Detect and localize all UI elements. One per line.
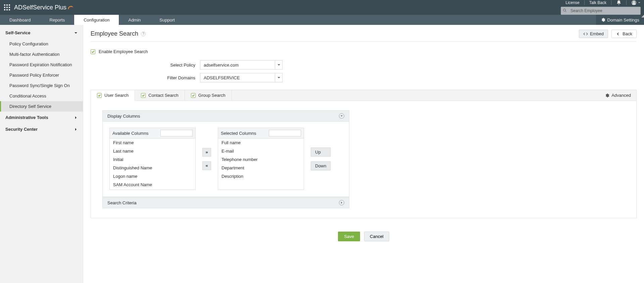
expand-icon (339, 200, 344, 205)
app-launcher-icon[interactable] (4, 4, 10, 10)
nav-tab-support[interactable]: Support (150, 15, 184, 25)
search-icon (561, 8, 568, 13)
search-tab-group-search[interactable]: Group Search (185, 90, 232, 100)
page-title: Employee Search (91, 30, 138, 37)
search-criteria-header[interactable]: Search Criteria (102, 197, 349, 208)
available-column-item[interactable]: Initial (110, 155, 195, 164)
svg-line-3 (565, 11, 566, 12)
display-columns-header[interactable]: Display Columns (102, 110, 349, 122)
employee-search-box[interactable] (561, 7, 641, 15)
nav-tab-configuration[interactable]: Configuration (74, 15, 119, 25)
available-column-item[interactable]: Last name (110, 147, 195, 155)
gear-icon (601, 17, 605, 22)
logo-swoosh-icon (67, 4, 74, 11)
selected-column-item[interactable]: Full name (218, 138, 304, 147)
sidebar-item-password-sync-single-sign-on[interactable]: Password Sync/Single Sign On (0, 80, 83, 91)
move-left-button[interactable]: « (202, 161, 211, 170)
gear-icon (605, 93, 609, 98)
nav-tab-dashboard[interactable]: Dashboard (0, 15, 40, 25)
chevron-left-icon (616, 32, 621, 36)
svg-point-2 (563, 9, 566, 11)
checkbox-icon[interactable] (97, 93, 102, 98)
sidebar-section-self-service[interactable]: Self-Service (0, 27, 83, 39)
available-columns-box: Available Columns First nameLast nameIni… (109, 128, 196, 190)
selected-column-item[interactable]: E-mail (218, 147, 304, 155)
sidebar-item-multi-factor-authentication[interactable]: Multi-factor Authentication (0, 49, 83, 59)
chevron-right-icon (74, 116, 78, 119)
code-icon (583, 32, 588, 36)
sidebar-section-security-center[interactable]: Security Center (0, 123, 83, 135)
enable-employee-search-label: Enable Employee Search (99, 49, 148, 54)
enable-employee-search-checkbox[interactable] (91, 49, 95, 54)
app-title: ADSelfServicePlus (14, 4, 74, 11)
selected-columns-title: Selected Columns (221, 131, 256, 136)
available-column-item[interactable]: First name (110, 138, 195, 147)
chevron-right-icon (74, 128, 78, 131)
bell-icon[interactable] (616, 0, 622, 5)
available-column-item[interactable]: Logon name (110, 172, 195, 180)
search-tab-contact-search[interactable]: Contact Search (135, 90, 185, 100)
filter-domains-label: Filter Domains (158, 75, 195, 80)
back-button[interactable]: Back (611, 30, 637, 38)
move-right-button[interactable]: » (202, 148, 211, 157)
advanced-button[interactable]: Advanced (599, 90, 636, 100)
talkback-link[interactable]: Talk Back (589, 0, 606, 5)
move-up-button[interactable]: Up (311, 148, 331, 157)
help-icon[interactable]: ? (141, 32, 146, 36)
sidebar-item-directory-self-service[interactable]: Directory Self Service (0, 101, 83, 112)
user-menu[interactable] (631, 0, 641, 5)
svg-point-1 (633, 1, 635, 3)
selected-column-item[interactable]: Telephone number (218, 155, 304, 164)
caret-down-icon (74, 31, 78, 35)
sidebar-item-conditional-access[interactable]: Conditional Access (0, 91, 83, 101)
cancel-button[interactable]: Cancel (364, 232, 389, 241)
selected-column-item[interactable]: Department (218, 164, 304, 172)
selected-columns-box: Selected Columns Full nameE-mailTelephon… (218, 128, 304, 190)
caret-down-icon (638, 1, 641, 4)
available-column-item[interactable]: SAM Account Name (110, 180, 195, 189)
chevron-down-icon (275, 73, 282, 82)
checkbox-icon[interactable] (141, 93, 146, 98)
collapse-icon (339, 113, 344, 119)
search-tab-user-search[interactable]: User Search (91, 90, 135, 101)
chevron-down-icon (275, 60, 282, 70)
sidebar-item-policy-configuration[interactable]: Policy Configuration (0, 39, 83, 49)
license-link[interactable]: License (565, 0, 579, 5)
select-policy-dropdown[interactable]: adselfservice.com (200, 60, 283, 70)
checkbox-icon[interactable] (191, 93, 196, 98)
save-button[interactable]: Save (338, 232, 360, 241)
employee-search-input[interactable] (568, 8, 640, 13)
filter-domains-dropdown[interactable]: ADSELFSERVICE (200, 73, 283, 82)
avatar-icon (631, 0, 637, 5)
available-column-item[interactable]: Distinguished Name (110, 164, 195, 172)
available-columns-filter[interactable] (160, 130, 193, 136)
domain-settings-button[interactable]: Domain Settings (596, 15, 644, 25)
selected-columns-filter[interactable] (269, 130, 301, 136)
sidebar-item-password-policy-enforcer[interactable]: Password Policy Enforcer (0, 70, 83, 80)
nav-tab-reports[interactable]: Reports (40, 15, 75, 25)
embed-button[interactable]: Embed (579, 30, 608, 38)
sidebar-section-administrative-tools[interactable]: Administrative Tools (0, 112, 83, 123)
available-columns-title: Available Columns (112, 131, 148, 136)
select-policy-label: Select Policy (158, 63, 195, 68)
move-down-button[interactable]: Down (311, 161, 331, 170)
corner-resize-icon (641, 15, 644, 17)
selected-column-item[interactable]: Description (218, 172, 304, 180)
nav-tab-admin[interactable]: Admin (119, 15, 150, 25)
sidebar-item-password-expiration-notification[interactable]: Password Expiration Notification (0, 59, 83, 70)
